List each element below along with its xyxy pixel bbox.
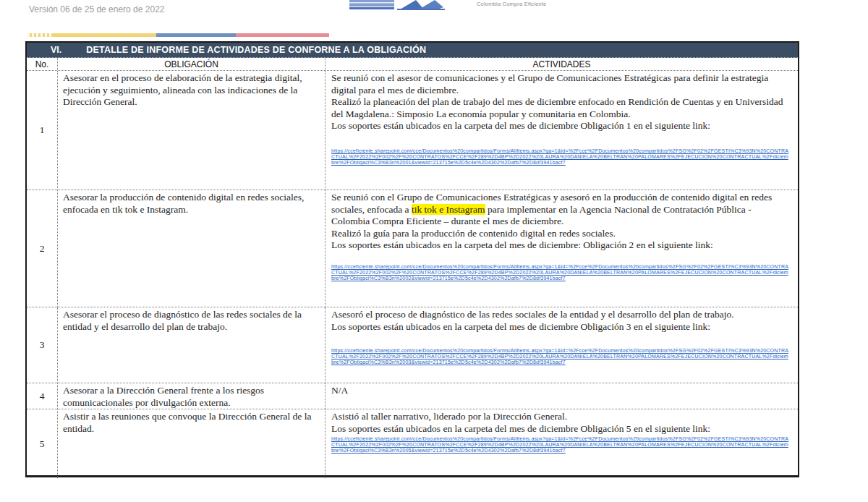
obligacion-cell: Asesorar el proceso de diagnóstico de la…: [58, 307, 326, 383]
table-row: 4 Asesorar a la Dirección General frente…: [27, 383, 798, 409]
sharepoint-link[interactable]: https://cceficiente.sharepoint.com/cce/D…: [331, 148, 789, 166]
actividad-line: Los soportes están ubicados en la carpet…: [331, 239, 789, 252]
actividad-line: Asesoró el proceso de diagnóstico de las…: [331, 309, 789, 321]
actividades-cell: Asesoró el proceso de diagnóstico de las…: [326, 307, 798, 383]
section-number: VI.: [51, 45, 61, 55]
obligacion-text: Asesorar la producción de contenido digi…: [63, 192, 319, 216]
column-header-row: No. OBLIGACIÓN ACTIVIDADES: [27, 58, 798, 70]
table-row: 5 Asistir a las reuniones que convoque l…: [27, 409, 798, 478]
actividades-cell: Asistió al taller narrativo, liderado po…: [326, 409, 798, 478]
actividad-line: Asistió al taller narrativo, liderado po…: [331, 411, 789, 423]
actividad-line: N/A: [331, 385, 789, 397]
sharepoint-link[interactable]: https://cceficiente.sharepoint.com/cce/D…: [331, 264, 789, 281]
actividad-line: Los soportes están ubicados en la carpet…: [331, 321, 789, 333]
document-page: Versión 06 de 25 de enero de 2022 Colomb…: [0, 0, 868, 502]
sharepoint-link[interactable]: https://cceficiente.sharepoint.com/cce/D…: [331, 348, 789, 365]
row-number: 4: [27, 383, 58, 409]
logo-brand-text: Colombia Compra Eficiente: [477, 1, 546, 7]
table-row: 1 Asesorar en el proceso de elaboración …: [27, 70, 798, 190]
obligacion-text: Asesorar el proceso de diagnóstico de la…: [63, 309, 319, 333]
actividad-line: Los soportes están ubicados en la carpet…: [331, 120, 789, 132]
flag-stripe-red: [236, 33, 329, 37]
flag-stripe-blue: [156, 33, 236, 37]
section-header: VI. DETALLE DE INFORME DE ACTIVIDADES DE…: [27, 43, 798, 58]
table-row: 2 Asesorar la producción de contenido di…: [27, 190, 798, 307]
column-header-obligacion: OBLIGACIÓN: [58, 58, 326, 70]
obligacion-cell: Asesorar a la Dirección General frente a…: [58, 383, 326, 409]
table-row: 3 Asesorar el proceso de diagnóstico de …: [27, 307, 798, 383]
row-number: 3: [27, 307, 58, 383]
obligacion-cell: Asistir a las reuniones que convoque la …: [58, 409, 326, 478]
column-header-actividades: ACTIVIDADES: [326, 58, 798, 70]
actividad-line: Realizó la guía para la producción de co…: [331, 228, 789, 240]
actividad-line: Los soportes están ubicados en la carpet…: [331, 423, 789, 435]
row-number: 1: [27, 71, 58, 190]
report-table: VI. DETALLE DE INFORME DE ACTIVIDADES DE…: [25, 41, 799, 477]
obligacion-text: Asesorar a la Dirección General frente a…: [63, 385, 319, 409]
logo: Colombia Compra Eficiente: [349, 0, 546, 13]
actividades-cell: Se reunió con el Grupo de Comunicaciones…: [326, 190, 798, 307]
sharepoint-link[interactable]: https://cceficiente.sharepoint.com/cce/D…: [331, 436, 789, 454]
version-label: Versión 06 de 25 de enero de 2022: [29, 4, 165, 14]
actividad-line: Se reunió con el asesor de comunicacione…: [331, 72, 789, 96]
column-header-no: No.: [27, 58, 58, 70]
obligacion-text: Asistir a las reuniones que convoque la …: [63, 411, 319, 435]
actividad-line: Se reunió con el Grupo de Comunicaciones…: [331, 192, 789, 228]
actividad-line: Realizó la planeación del plan de trabaj…: [331, 96, 789, 120]
actividades-cell: Se reunió con el asesor de comunicacione…: [326, 71, 798, 190]
flag-stripe: [27, 33, 329, 37]
stripe-dashes: [27, 33, 54, 37]
logo-mark-icon: [349, 0, 465, 12]
actividades-cell: N/A: [326, 383, 798, 409]
obligacion-text: Asesorar en el proceso de elaboración de…: [63, 72, 319, 109]
obligacion-cell: Asesorar en el proceso de elaboración de…: [58, 71, 326, 190]
obligacion-cell: Asesorar la producción de contenido digi…: [58, 190, 326, 307]
row-number: 5: [27, 409, 58, 478]
section-title: DETALLE DE INFORME DE ACTIVIDADES DE CON…: [86, 45, 426, 55]
highlighted-text: tik tok e Instagram: [412, 204, 485, 215]
row-number: 2: [27, 190, 58, 307]
